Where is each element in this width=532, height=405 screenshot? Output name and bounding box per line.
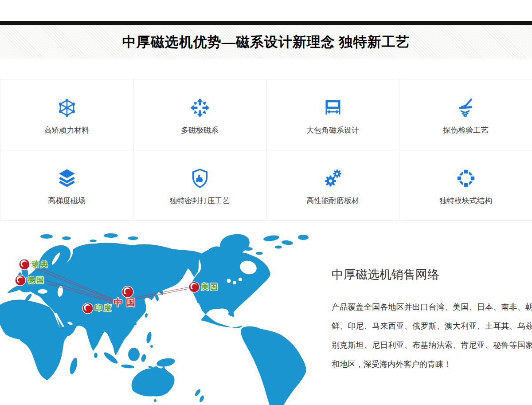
feature-label: 高矫顽力材料 <box>44 125 90 135</box>
feature-cell: 高矫顽力材料 <box>0 79 133 150</box>
sales-text-line: 产品覆盖全国各地区并出口台湾、美国、日本、南非、朝 <box>332 298 532 317</box>
section-title-band: 中厚磁选机优势—磁系设计新理念 独特新工艺 <box>0 25 532 59</box>
lattice-icon <box>56 97 78 118</box>
feature-cell: 独特密封打压工艺 <box>133 150 266 221</box>
feature-cell: 独特模块式结构 <box>399 150 532 221</box>
feature-label: 独特模块式结构 <box>439 196 492 206</box>
page-title: 中厚磁选机优势—磁系设计新理念 独特新工艺 <box>122 33 410 51</box>
map-marker-usa: 美国 <box>188 281 219 293</box>
map-marker-china: 中国 <box>121 286 134 298</box>
feature-cell: 高梯度磁场 <box>0 150 133 221</box>
map-marker-india: 印度 <box>82 303 113 314</box>
world-map: 瑞典 德国 印度 <box>0 232 310 405</box>
feature-cell: 探伤检验工艺 <box>399 79 532 150</box>
map-marker-germany: 德国 <box>15 275 45 286</box>
marker-label: 德国 <box>27 275 45 286</box>
feature-label: 高梯度磁场 <box>48 196 86 206</box>
arrows-out-icon <box>189 97 211 118</box>
feature-label: 探伤检验工艺 <box>443 125 489 135</box>
feature-cell: 多磁极磁系 <box>133 79 266 150</box>
feature-label: 高性能耐磨板材 <box>306 196 359 206</box>
location-pin-icon <box>188 281 200 293</box>
map-marker-sweden: 瑞典 <box>19 259 49 270</box>
location-pin-icon <box>19 259 30 270</box>
layers-icon <box>56 168 78 189</box>
marker-label: 中国 <box>113 297 138 308</box>
flaw-detection-icon <box>455 97 477 118</box>
feature-label: 独特密封打压工艺 <box>170 196 230 206</box>
export-routes <box>0 232 310 405</box>
location-pin-icon <box>121 286 134 298</box>
location-pin-icon <box>15 275 26 286</box>
page: 中厚磁选机优势—磁系设计新理念 独特新工艺 高矫顽力材料 <box>0 0 532 405</box>
sales-text-line: 别克斯坦、尼日利亚、布基纳法索、肯尼亚、秘鲁等国家 <box>332 336 532 355</box>
sales-network-paragraph: 产品覆盖全国各地区并出口台湾、美国、日本、南非、朝 鲜、印尼、马来西亚、俄罗斯、… <box>332 298 532 374</box>
marker-label: 瑞典 <box>31 259 49 270</box>
feature-label: 大包角磁系设计 <box>306 125 359 135</box>
gears-icon <box>322 168 344 189</box>
sales-network-heading: 中厚磁选机销售网络 <box>332 267 439 283</box>
top-divider-bar <box>0 21 532 25</box>
sales-network-section: 瑞典 德国 印度 <box>0 220 532 405</box>
marker-label: 印度 <box>95 303 113 314</box>
feature-cell: 高性能耐磨板材 <box>266 150 399 221</box>
feature-label: 多磁极磁系 <box>181 125 219 135</box>
marker-label: 美国 <box>201 281 219 293</box>
sales-text-line: 鲜、印尼、马来西亚、俄罗斯、澳大利亚、土耳其、乌兹 <box>332 317 532 336</box>
modules-icon <box>455 168 477 189</box>
location-pin-icon <box>82 303 94 314</box>
features-grid: 高矫顽力材料 多磁极磁系 <box>0 79 532 220</box>
sales-text-line: 和地区，深受海内外客户的青睐！ <box>332 355 532 374</box>
shield-thumb-icon <box>189 168 211 189</box>
width-measure-icon <box>322 97 344 118</box>
feature-cell: 大包角磁系设计 <box>266 79 399 150</box>
